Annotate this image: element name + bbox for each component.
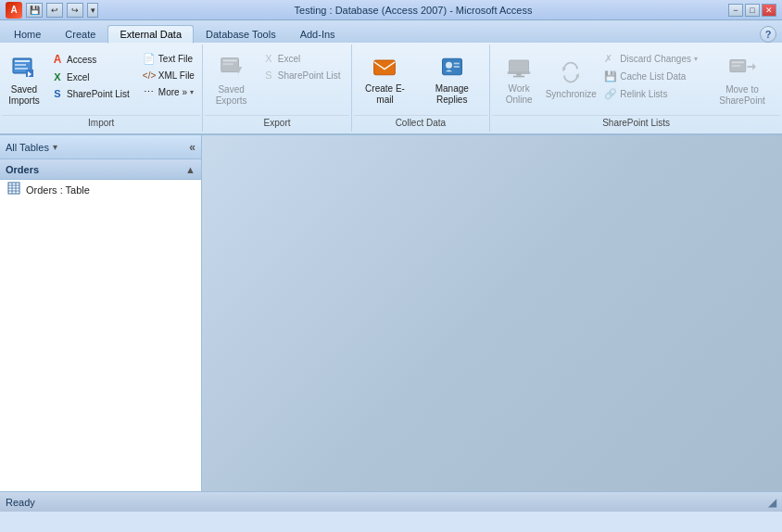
orders-table-label: Orders : Table: [26, 184, 90, 196]
synchronize-label: Synchronize: [546, 89, 597, 100]
text-file-icon: 📄: [143, 53, 156, 65]
xml-file-btn[interactable]: </> XML File: [138, 68, 199, 83]
svg-rect-2: [15, 64, 26, 66]
tab-home[interactable]: Home: [2, 25, 53, 43]
work-online-label: Work Online: [500, 83, 537, 106]
more-icon: ⋯: [143, 86, 156, 98]
export-group-label: Export: [205, 115, 348, 130]
manage-replies-label: Manage Replies: [424, 83, 479, 106]
qa-dropdown[interactable]: ▾: [87, 3, 98, 18]
access-import-btn[interactable]: A Access: [46, 50, 134, 69]
status-text: Ready: [6, 497, 35, 508]
excel-icon: X: [51, 71, 64, 82]
manage-replies-icon: [439, 54, 465, 82]
collect-data-group: Create E-mail Manage Replies Collect Dat…: [352, 44, 491, 132]
sharepoint-lists-label: SharePoint Lists: [492, 115, 780, 130]
excel-export-btn[interactable]: X Excel: [258, 50, 346, 67]
minimize-btn[interactable]: −: [728, 4, 743, 17]
svg-rect-20: [732, 65, 740, 67]
svg-rect-19: [732, 61, 744, 63]
cache-list-data-btn[interactable]: 💾 Cache List Data: [599, 68, 702, 85]
tab-create[interactable]: Create: [53, 25, 107, 43]
content-area: [202, 135, 782, 491]
cache-icon: 💾: [604, 70, 617, 82]
svg-point-9: [446, 62, 452, 69]
more-import-btn[interactable]: ⋯ More » ▾: [138, 83, 199, 101]
sharepoint-export-icon: S: [262, 70, 275, 81]
synchronize-btn[interactable]: Synchronize: [546, 48, 596, 111]
svg-rect-3: [15, 68, 28, 70]
saved-imports-label: Saved Imports: [8, 84, 39, 107]
import-group-label: Import: [2, 115, 200, 130]
undo-qa-btn[interactable]: ↩: [46, 3, 63, 18]
sharepoint-lists-group: Work Online Synchronize ✗ Dis: [490, 44, 782, 132]
svg-rect-15: [513, 76, 524, 78]
window-controls: − □ ✕: [728, 4, 776, 17]
svg-rect-12: [510, 60, 529, 73]
restore-btn[interactable]: □: [745, 4, 760, 17]
nav-dropdown-arrow[interactable]: ▾: [53, 142, 57, 152]
svg-rect-5: [222, 60, 236, 62]
create-email-label: Create E-mail: [362, 83, 409, 106]
work-online-btn[interactable]: Work Online: [494, 48, 544, 111]
tab-add-ins[interactable]: Add-Ins: [288, 25, 347, 43]
status-bar: Ready ◢: [0, 491, 782, 512]
excel-export-icon: X: [262, 53, 275, 64]
manage-replies-btn[interactable]: Manage Replies: [418, 48, 486, 111]
export-group: Saved Exports X Excel S SharePoint List …: [203, 44, 351, 132]
access-icon: A: [51, 53, 64, 66]
sharepoint-icon: S: [51, 88, 64, 99]
help-button[interactable]: ?: [760, 26, 776, 43]
move-to-sharepoint-btn[interactable]: Move to SharePoint: [706, 48, 778, 111]
svg-rect-1: [15, 60, 30, 62]
discard-changes-btn[interactable]: ✗ Discard Changes ▾: [599, 50, 702, 68]
collect-data-label: Collect Data: [354, 115, 488, 130]
close-btn[interactable]: ✕: [762, 4, 776, 17]
discard-dropdown-arrow: ▾: [694, 55, 698, 63]
svg-marker-21: [752, 63, 756, 70]
more-dropdown-arrow: ▾: [190, 88, 194, 96]
sharepoint-export-btn[interactable]: S SharePoint List: [258, 67, 346, 83]
save-qa-btn[interactable]: 💾: [26, 3, 43, 18]
saved-exports-btn[interactable]: Saved Exports: [207, 48, 255, 111]
excel-import-btn[interactable]: X Excel: [46, 69, 134, 85]
table-icon: [7, 182, 20, 197]
nav-collapse-btn[interactable]: «: [189, 141, 196, 154]
create-email-btn[interactable]: Create E-mail: [356, 48, 415, 111]
nav-group-collapse-icon: ▲: [185, 164, 196, 175]
navigation-pane: All Tables ▾ « Orders ▲ Orders : Table: [0, 135, 202, 491]
svg-rect-14: [517, 73, 522, 76]
saved-exports-icon: [218, 53, 246, 82]
svg-rect-11: [454, 66, 460, 68]
saved-imports-icon: [9, 53, 39, 82]
discard-changes-icon: ✗: [604, 53, 617, 65]
ribbon: Saved Imports A Access X Excel S SharePo…: [0, 43, 782, 135]
nav-group-header[interactable]: Orders ▲: [0, 159, 201, 180]
saved-exports-label: Saved Exports: [213, 84, 248, 107]
nav-group-title: Orders: [6, 164, 39, 175]
svg-rect-7: [374, 60, 396, 75]
synchronize-icon: [558, 59, 584, 87]
nav-item-orders-table[interactable]: Orders : Table: [0, 180, 201, 199]
sharepoint-import-btn[interactable]: S SharePoint List: [46, 85, 134, 102]
xml-icon: </>: [143, 70, 156, 81]
svg-rect-6: [222, 63, 233, 65]
title-bar: A 💾 ↩ ↪ ▾ Testing : Database (Access 200…: [0, 0, 782, 20]
relink-icon: 🔗: [604, 88, 617, 100]
import-group: Saved Imports A Access X Excel S SharePo…: [0, 44, 203, 132]
work-online-icon: [506, 54, 532, 82]
app-logo: A: [6, 2, 22, 19]
resize-handle[interactable]: ◢: [768, 496, 776, 509]
tab-external-data[interactable]: External Data: [107, 25, 194, 44]
move-sharepoint-label: Move to SharePoint: [713, 84, 772, 107]
saved-imports-btn[interactable]: Saved Imports: [4, 48, 44, 111]
nav-header: All Tables ▾ «: [0, 135, 201, 159]
ribbon-tabs: Home Create External Data Database Tools…: [0, 20, 782, 43]
nav-title: All Tables: [6, 142, 49, 153]
text-file-btn[interactable]: 📄 Text File: [138, 50, 199, 68]
email-icon: [372, 54, 397, 82]
window-title: Testing : Database (Access 2007) - Micro…: [98, 5, 728, 16]
redo-qa-btn[interactable]: ↪: [67, 3, 83, 18]
relink-lists-btn[interactable]: 🔗 Relink Lists: [599, 85, 702, 103]
tab-database-tools[interactable]: Database Tools: [194, 25, 288, 43]
